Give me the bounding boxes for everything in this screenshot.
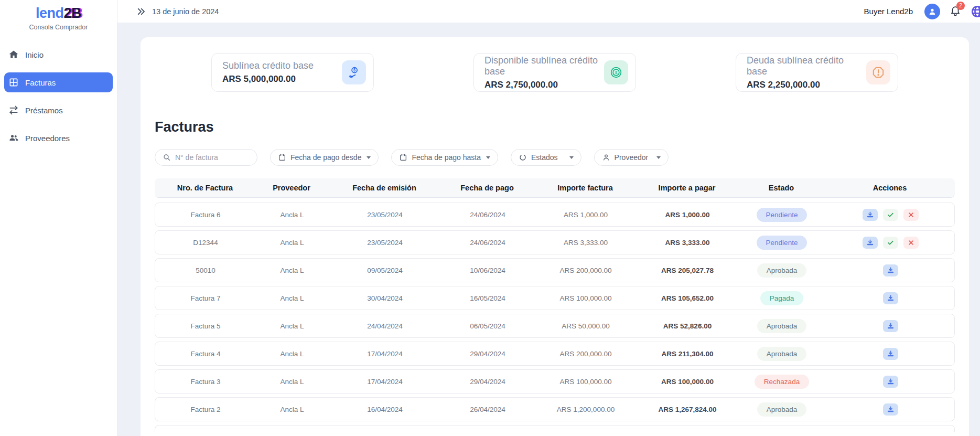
download-icon xyxy=(866,211,874,219)
provider-cell: Ancla L xyxy=(256,378,328,386)
logo-text-2b: 2B xyxy=(64,5,82,21)
invoice-amount-cell: ARS 200,000.00 xyxy=(534,350,638,358)
provider-cell: Ancla L xyxy=(256,350,328,358)
sidebar-item-facturas[interactable]: Facturas xyxy=(4,72,113,92)
due-date-cell: 26/04/2024 xyxy=(441,406,534,413)
table-row: Factura 5 Ancla L 24/04/2024 06/05/2024 … xyxy=(155,314,955,338)
sidebar: lend2B Consola Comprador Inicio Facturas… xyxy=(0,0,117,436)
x-icon xyxy=(907,239,915,247)
download-button[interactable] xyxy=(883,376,898,388)
content-area: Sublínea crédito base ARS 5,000,000.00 $… xyxy=(117,23,980,436)
issue-date-cell: 17/04/2024 xyxy=(328,378,441,386)
invoice-amount-cell: ARS 200,000.00 xyxy=(534,267,638,274)
due-date-cell: 06/05/2024 xyxy=(441,322,534,330)
row-actions xyxy=(826,403,954,416)
filter-label: Estados xyxy=(531,153,558,162)
row-actions xyxy=(826,237,954,249)
status-circle-icon xyxy=(519,153,527,162)
invoice-number-cell: Factura 5 xyxy=(155,322,256,330)
section-title: Facturas xyxy=(155,119,955,135)
filter-date-from[interactable]: Fecha de pago desde xyxy=(270,149,379,166)
status-badge: Aprobada xyxy=(757,402,807,417)
due-date-cell: 24/06/2024 xyxy=(441,211,534,219)
payable-amount-cell: ARS 3,333.00 xyxy=(638,239,737,247)
app-root: lend2B Consola Comprador Inicio Facturas… xyxy=(0,0,980,436)
page-card: Sublínea crédito base ARS 5,000,000.00 $… xyxy=(141,37,969,436)
provider-cell: Ancla L xyxy=(256,294,328,302)
row-actions xyxy=(826,264,954,277)
invoice-table-body: Factura 6 Ancla L 23/05/2024 24/06/2024 … xyxy=(155,203,955,432)
user-name: Buyer Lend2b xyxy=(864,7,913,16)
brand-logo: lend2B Consola Comprador xyxy=(0,0,117,31)
filter-proveedor[interactable]: Proveedor xyxy=(594,149,669,166)
globe-icon[interactable] xyxy=(971,5,980,18)
sidebar-item-prestamos[interactable]: Préstamos xyxy=(4,100,113,120)
provider-cell: Ancla L xyxy=(256,406,328,413)
provider-cell: Ancla L xyxy=(256,322,328,330)
download-button[interactable] xyxy=(883,264,898,277)
reject-button[interactable] xyxy=(903,209,919,221)
payable-amount-cell: ARS 52,826.00 xyxy=(638,322,737,330)
table-row: D12344 Ancla L 23/05/2024 24/06/2024 ARS… xyxy=(155,230,955,254)
search-input[interactable] xyxy=(175,153,243,162)
invoices-grid-icon xyxy=(8,77,19,88)
invoice-search[interactable] xyxy=(155,149,257,166)
row-actions xyxy=(826,376,954,388)
status-badge: Aprobada xyxy=(757,263,807,278)
notifications-button[interactable]: 2 xyxy=(950,5,961,18)
download-button[interactable] xyxy=(863,209,878,221)
approve-button[interactable] xyxy=(883,237,898,249)
sidebar-item-label: Facturas xyxy=(25,78,56,87)
filter-estados[interactable]: Estados xyxy=(511,149,581,166)
download-button[interactable] xyxy=(883,348,898,360)
due-date-cell: 16/05/2024 xyxy=(441,294,534,302)
download-button[interactable] xyxy=(883,403,898,416)
invoice-number-cell: Factura 4 xyxy=(155,350,256,358)
table-row: Factura 4 Ancla L 17/04/2024 29/04/2024 … xyxy=(155,342,955,366)
due-date-cell: 10/06/2024 xyxy=(441,267,534,274)
table-row: 50010 Ancla L 09/05/2024 10/06/2024 ARS … xyxy=(155,258,955,282)
download-button[interactable] xyxy=(883,292,898,304)
approve-button[interactable] xyxy=(883,209,898,221)
summary-card-value: ARS 2,250,000.00 xyxy=(747,80,866,90)
invoice-amount-cell: ARS 50,000.00 xyxy=(534,322,638,330)
reject-button[interactable] xyxy=(903,237,919,249)
invoice-amount-cell: ARS 1,200,000.00 xyxy=(534,406,638,413)
sidebar-item-inicio[interactable]: Inicio xyxy=(4,45,113,65)
payable-amount-cell: ARS 205,027.78 xyxy=(638,267,737,274)
payable-amount-cell: ARS 211,304.00 xyxy=(638,350,737,358)
chevron-down-icon xyxy=(486,156,490,159)
table-row: Factura 6 Ancla L 23/05/2024 24/06/2024 … xyxy=(155,203,955,227)
status-badge: Aprobada xyxy=(757,319,807,333)
provider-cell: Ancla L xyxy=(256,239,328,247)
search-icon xyxy=(163,153,171,162)
payable-amount-cell: ARS 105,652.00 xyxy=(638,294,737,302)
download-button[interactable] xyxy=(863,237,878,249)
column-header: Nro. de Factura xyxy=(155,184,255,192)
row-actions xyxy=(826,209,954,221)
check-icon xyxy=(887,239,895,247)
download-button[interactable] xyxy=(883,320,898,332)
row-actions xyxy=(826,348,954,360)
issue-date-cell: 30/04/2024 xyxy=(328,294,441,302)
issue-date-cell: 17/04/2024 xyxy=(328,350,441,358)
sidebar-item-proveedores[interactable]: Proveedores xyxy=(4,128,113,148)
download-icon xyxy=(887,406,895,413)
issue-date-cell: 09/05/2024 xyxy=(328,267,441,274)
filter-date-to[interactable]: Fecha de pago hasta xyxy=(391,149,498,166)
logo-text-lend: lend xyxy=(36,5,64,21)
alert-octagon-icon xyxy=(871,66,885,79)
status-badge: Pendiente xyxy=(757,236,807,250)
summary-card-label: Deuda sublínea crédito base xyxy=(747,55,866,77)
home-icon xyxy=(8,49,19,60)
row-actions xyxy=(826,292,954,304)
transfer-arrows-icon xyxy=(8,105,19,115)
hand-coin-icon: $ xyxy=(347,66,361,79)
row-actions xyxy=(826,320,954,332)
double-chevron-right-icon[interactable] xyxy=(136,7,146,16)
column-header: Importe a pagar xyxy=(637,184,737,192)
issue-date-cell: 23/05/2024 xyxy=(328,211,441,219)
user-avatar[interactable] xyxy=(924,4,940,19)
download-icon xyxy=(866,239,874,247)
provider-cell: Ancla L xyxy=(256,211,328,219)
